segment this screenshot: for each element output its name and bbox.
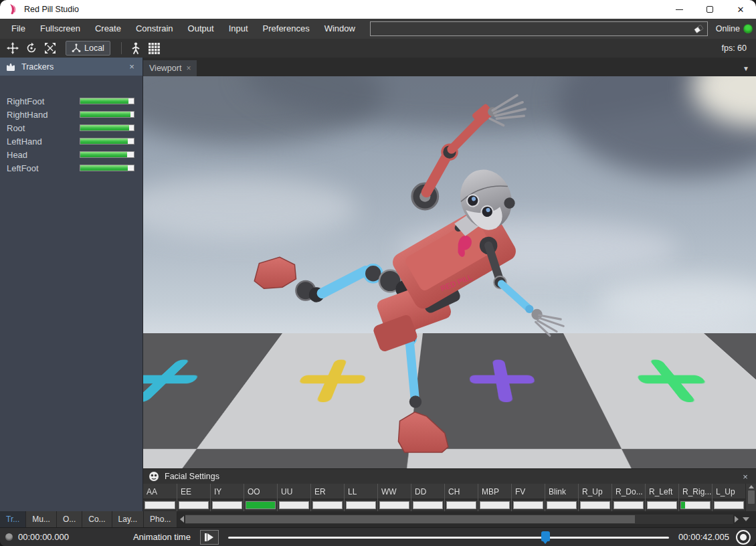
facial-channel[interactable]: OO <box>244 484 277 511</box>
facial-channel[interactable]: AA <box>143 484 177 511</box>
facial-channel[interactable]: WW <box>377 484 411 511</box>
facial-channel-label: OO <box>244 484 277 500</box>
tab-viewport[interactable]: Viewport × <box>143 60 197 76</box>
facial-channel[interactable]: EE <box>177 484 210 511</box>
facial-channel[interactable]: MBP <box>478 484 511 511</box>
menu-item-preferences[interactable]: Preferences <box>256 19 317 39</box>
viewport-scene[interactable]: RED PILL <box>143 76 756 468</box>
trackers-close-icon[interactable]: × <box>126 62 137 72</box>
tracker-name: Root <box>7 123 80 133</box>
tracker-name: Head <box>7 150 80 160</box>
tracker-progress-fill <box>80 165 128 171</box>
scale-tool-button[interactable] <box>41 40 59 56</box>
rotate-tool-button[interactable] <box>23 40 40 56</box>
facial-channel[interactable]: ER <box>310 484 344 511</box>
record-button[interactable] <box>736 530 751 545</box>
facial-channel-bar <box>379 501 409 509</box>
facial-channel-bar <box>647 501 677 509</box>
scroll-right-icon[interactable] <box>735 516 739 523</box>
search-input[interactable] <box>370 21 708 36</box>
facial-channel[interactable]: CH <box>444 484 478 511</box>
scroll-left-icon[interactable] <box>180 516 184 523</box>
menu-item-constrain[interactable]: Constrain <box>128 19 181 39</box>
minimize-button[interactable] <box>664 0 694 19</box>
bottom-tabs: Tr...Mu...O...Co...Lay...Pho... <box>0 511 177 527</box>
maximize-button[interactable] <box>694 0 725 19</box>
facial-channel-label: Blink <box>545 484 578 500</box>
tracker-row[interactable]: Head <box>0 148 143 161</box>
app-logo-icon <box>7 3 19 15</box>
move-tool-button[interactable] <box>4 40 21 56</box>
tracker-name: RightFoot <box>7 96 80 106</box>
tracker-row[interactable]: Root <box>0 121 143 134</box>
minimize-icon <box>676 9 683 10</box>
facial-close-icon[interactable]: × <box>740 472 751 482</box>
facial-channel[interactable]: R_Rig... <box>678 484 712 511</box>
viewport-tabbar: Viewport × ▼ <box>143 58 756 76</box>
mannequin-button[interactable] <box>127 40 145 56</box>
animation-time-label: Animation time <box>133 532 191 542</box>
tracker-progress-fill <box>80 152 127 157</box>
facial-channel[interactable]: UU <box>277 484 310 511</box>
facial-panel-header[interactable]: Facial Settings × <box>143 469 756 484</box>
close-button[interactable]: ✕ <box>725 0 756 19</box>
mannequin-icon <box>131 42 140 54</box>
facial-channel-label: EE <box>177 484 210 500</box>
facial-channels: AAEEIYOOUUERLLWWDDCHMBPFVBlinkR_UpR_Do..… <box>143 484 745 511</box>
facial-channel-bar <box>312 501 343 509</box>
timeline-slider[interactable] <box>228 530 669 545</box>
trackers-panel-header[interactable]: Trackers × <box>0 58 143 76</box>
tracker-row[interactable]: LeftHand <box>0 134 143 148</box>
scroll-up-icon[interactable] <box>749 485 754 488</box>
menu-item-create[interactable]: Create <box>88 19 128 39</box>
menu-item-output[interactable]: Output <box>181 19 221 39</box>
timeline-track[interactable] <box>228 537 669 539</box>
vertical-scroll-thumb[interactable] <box>748 490 755 504</box>
horizontal-scroll-thumb[interactable] <box>185 515 634 523</box>
online-status: Online <box>716 24 752 33</box>
facial-channel-label: R_Do... <box>612 484 645 500</box>
facial-channel[interactable]: R_Do... <box>611 484 645 511</box>
facial-channel-label: R_Left <box>646 484 678 500</box>
viewport-tab-label: Viewport <box>149 64 181 73</box>
facial-channel[interactable]: LL <box>344 484 377 511</box>
bottom-tab-O[interactable]: O... <box>57 511 82 527</box>
facial-channel-bar <box>480 501 510 509</box>
tracker-list: RightFootRightHandRootLeftHandHeadLeftFo… <box>0 76 143 175</box>
facial-channel[interactable]: R_Left <box>645 484 678 511</box>
horizontal-scroll-track[interactable] <box>185 515 733 524</box>
facial-channel[interactable]: DD <box>411 484 444 511</box>
local-space-toggle[interactable]: Local <box>66 41 110 56</box>
facial-vertical-scrollbar[interactable] <box>745 484 756 511</box>
facial-channel[interactable]: FV <box>511 484 545 511</box>
tracker-row[interactable]: LeftFoot <box>0 161 143 175</box>
timeline-thumb[interactable] <box>541 531 550 541</box>
grid-button[interactable] <box>146 40 163 56</box>
menu-item-fullscreen[interactable]: Fullscreen <box>33 19 88 39</box>
bottom-tab-Mu[interactable]: Mu... <box>26 511 57 527</box>
facial-channel[interactable]: Blink <box>545 484 578 511</box>
menu-item-window[interactable]: Window <box>317 19 363 39</box>
viewport-tab-close-icon[interactable]: × <box>186 64 191 73</box>
facial-channel[interactable]: R_Up <box>578 484 611 511</box>
facial-channel[interactable]: IY <box>210 484 244 511</box>
crown-icon <box>5 62 16 72</box>
tracker-row[interactable]: RightHand <box>0 108 143 121</box>
play-icon <box>207 533 213 541</box>
bottom-tab-Tr[interactable]: Tr... <box>0 511 26 527</box>
timeline-statusbar: 00:00:00.000 Animation time 00:00:42.005 <box>0 527 756 546</box>
menu-item-file[interactable]: File <box>4 19 33 39</box>
eraser-icon[interactable] <box>694 24 704 33</box>
facial-channel[interactable]: L_Up <box>712 484 745 511</box>
facial-channel-label: CH <box>445 484 478 500</box>
tabbar-dropdown-icon[interactable]: ▼ <box>743 65 756 76</box>
horizontal-scrollbar[interactable] <box>177 511 756 527</box>
tracker-row[interactable]: RightFoot <box>0 94 143 108</box>
bottom-tab-Lay[interactable]: Lay... <box>112 511 144 527</box>
bottom-tab-Pho[interactable]: Pho... <box>144 511 177 527</box>
play-step-button[interactable] <box>200 530 219 545</box>
bottom-tab-Co[interactable]: Co... <box>82 511 112 527</box>
menu-item-input[interactable]: Input <box>221 19 256 39</box>
dock-dropdown-icon[interactable] <box>743 517 749 521</box>
tracker-progress-fill <box>80 139 128 144</box>
